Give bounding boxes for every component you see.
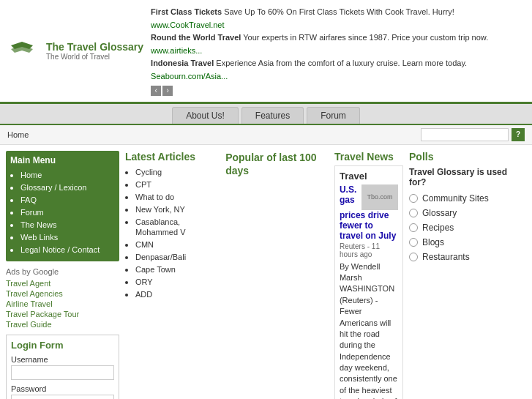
ads-google: Ads by Google Travel AgentTravel Agencie…: [6, 267, 119, 329]
polls-title: Polls: [409, 151, 526, 163]
username-label: Username: [11, 355, 114, 364]
list-item: Cape Town: [135, 264, 217, 275]
username-input[interactable]: [11, 365, 114, 380]
breadcrumb: Home: [7, 130, 29, 139]
list-item: ORY: [135, 277, 217, 287]
password-input[interactable]: [11, 395, 114, 399]
right-sidebar: Polls Travel Glossary is used for? Commu…: [409, 151, 526, 399]
list-item: CMN: [135, 239, 217, 250]
ads-links: Travel AgentTravel AgenciesAirline Trave…: [6, 279, 119, 329]
main-menu: Main Menu HomeGlossary / LexiconFAQForum…: [6, 151, 119, 261]
article-link[interactable]: Denpasar/Bali: [135, 253, 186, 261]
article-link[interactable]: CMN: [135, 240, 154, 249]
ad-link[interactable]: Travel Guide: [6, 320, 119, 329]
menu-link[interactable]: Home: [20, 171, 42, 179]
center-content: Latest Articles CyclingCPTWhat to doNew …: [119, 151, 409, 399]
ad3-link[interactable]: Seabourn.com/Asia...: [151, 72, 228, 81]
nav-tab-forum[interactable]: Forum: [307, 107, 360, 124]
nav-tab-aboutus[interactable]: About Us!: [172, 107, 239, 124]
ad1-link[interactable]: www.CookTravel.net: [151, 20, 224, 29]
articles-row: Latest Articles CyclingCPTWhat to doNew …: [125, 151, 403, 399]
ad-next-btn[interactable]: ›: [162, 86, 173, 96]
list-item: ADD: [135, 289, 217, 299]
left-sidebar: Main Menu HomeGlossary / LexiconFAQForum…: [6, 151, 119, 399]
ad1-bold: First Class Tickets: [151, 7, 222, 16]
ad-navigation: ‹ ›: [151, 86, 525, 96]
ad-line-3: Indonesia Travel Experience Asia from th…: [151, 57, 525, 83]
menu-link[interactable]: FAQ: [20, 195, 37, 204]
list-item: Casablanca, Mohammed V: [135, 217, 217, 237]
ad-link[interactable]: Travel Package Tour: [6, 310, 119, 318]
popular-articles: Popular of last 100 days: [225, 151, 326, 399]
poll-options: Community SitesGlossaryRecipesBlogsResta…: [409, 193, 526, 262]
radio-button[interactable]: [409, 253, 418, 261]
article-link[interactable]: ADD: [135, 290, 152, 299]
travel-news: Travel News Travel Tbo.com U.S. gas pric…: [334, 151, 403, 399]
radio-button[interactable]: [409, 209, 418, 217]
ad-prev-btn[interactable]: ‹: [151, 86, 161, 96]
menu-link[interactable]: Forum: [20, 208, 44, 217]
menu-item: The News: [20, 220, 115, 230]
poll-option: Recipes: [409, 223, 526, 233]
article-link[interactable]: What to do: [135, 193, 174, 201]
radio-button[interactable]: [409, 194, 418, 203]
article-link[interactable]: CPT: [135, 180, 151, 189]
ad-link[interactable]: Airline Travel: [6, 299, 119, 308]
news-section: Travel Tbo.com U.S. gas prices drive few…: [334, 165, 403, 399]
list-item: Cycling: [135, 167, 217, 177]
travel-news-title: Travel News: [334, 151, 403, 163]
poll-option: Community Sites: [409, 193, 526, 204]
search-button[interactable]: ?: [512, 128, 525, 141]
news-thumbnail: Tbo.com: [361, 184, 398, 210]
ad-line-1: First Class Tickets Save Up To 60% On Fi…: [151, 6, 525, 31]
menu-link[interactable]: The News: [20, 220, 57, 229]
login-title: Login Form: [11, 340, 114, 351]
menu-link[interactable]: Glossary / Lexicon: [20, 183, 86, 192]
article-link[interactable]: New York, NY: [135, 205, 185, 214]
search-box: ?: [421, 128, 525, 141]
logo-icon: [7, 38, 40, 64]
nav-tab-features[interactable]: Features: [241, 107, 304, 124]
latest-articles-title: Latest Articles: [125, 151, 217, 163]
header: The Travel Glossary The World of Travel …: [0, 0, 532, 104]
article-link[interactable]: Cape Town: [135, 265, 176, 274]
ad1-text: Save Up To 60% On First Class Tickets Wi…: [224, 7, 454, 16]
ad2-link[interactable]: www.airtieks...: [151, 46, 202, 55]
site-subtitle: The World of Travel: [46, 53, 143, 61]
menu-item: Legal Notice / Contact: [20, 245, 115, 255]
radio-button[interactable]: [409, 238, 418, 247]
ad3-bold: Indonesia Travel: [151, 59, 214, 67]
ad-link[interactable]: Travel Agent: [6, 279, 119, 288]
menu-link[interactable]: Web Links: [20, 233, 58, 242]
latest-list: CyclingCPTWhat to doNew York, NYCasablan…: [125, 167, 217, 299]
menu-item: Forum: [20, 207, 115, 217]
list-item: What to do: [135, 192, 217, 202]
article-link[interactable]: ORY: [135, 277, 153, 286]
list-item: New York, NY: [135, 204, 217, 215]
poll-option: Glossary: [409, 208, 526, 218]
latest-articles: Latest Articles CyclingCPTWhat to doNew …: [125, 151, 217, 399]
popular-title: Popular of last 100 days: [225, 151, 326, 177]
menu-item: Glossary / Lexicon: [20, 182, 115, 193]
ad-line-2: Round the World Travel Your experts in R…: [151, 31, 525, 57]
radio-button[interactable]: [409, 223, 418, 232]
ad-banner: First Class Tickets Save Up To 60% On Fi…: [143, 6, 525, 96]
ad2-bold: Round the World Travel: [151, 33, 241, 42]
ad-link[interactable]: Travel Agencies: [6, 289, 119, 298]
poll-option: Blogs: [409, 237, 526, 247]
news-section-title: Travel: [340, 171, 398, 182]
list-item: Denpasar/Bali: [135, 252, 217, 262]
search-input[interactable]: [421, 128, 509, 141]
poll-option-label: Glossary: [422, 208, 457, 218]
ad3-text: Experience Asia from the comfort of a lu…: [216, 59, 467, 67]
article-link[interactable]: Cycling: [135, 168, 162, 176]
article-link[interactable]: Casablanca, Mohammed V: [135, 217, 185, 236]
poll-option-label: Community Sites: [422, 193, 489, 204]
menu-link[interactable]: Legal Notice / Contact: [20, 245, 100, 254]
login-form: Login Form Username Password Remember Me…: [6, 335, 119, 399]
poll-option-label: Restaurants: [422, 252, 470, 262]
ads-title: Ads by Google: [6, 267, 119, 276]
menu-list: HomeGlossary / LexiconFAQForumThe NewsWe…: [10, 170, 115, 255]
list-item: CPT: [135, 179, 217, 190]
logo-area: The Travel Glossary The World of Travel: [7, 38, 143, 64]
